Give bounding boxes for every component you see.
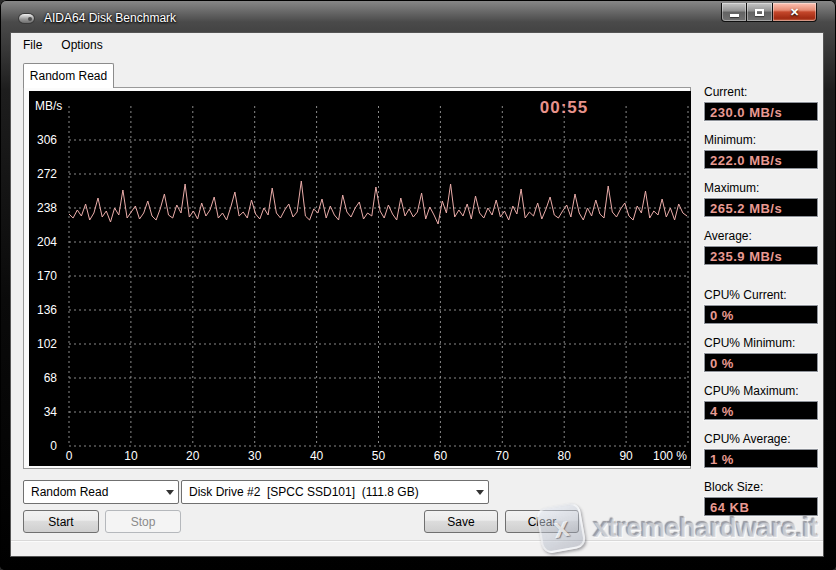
- chevron-down-icon: [471, 481, 488, 503]
- stop-button[interactable]: Stop: [105, 510, 181, 533]
- window-title: AIDA64 Disk Benchmark: [44, 11, 176, 25]
- svg-text:80: 80: [558, 449, 572, 463]
- benchmark-type-value: Random Read: [24, 485, 161, 499]
- close-button[interactable]: ✕: [772, 3, 817, 22]
- svg-text:30: 30: [248, 449, 262, 463]
- stat-cpu-average: CPU% Average: 1 %: [704, 432, 820, 468]
- stat-label: Minimum:: [704, 133, 820, 147]
- benchmark-type-select[interactable]: Random Read: [23, 480, 179, 504]
- stat-current: Current: 230.0 MB/s: [704, 85, 820, 121]
- elapsed-timer: 00:55: [529, 98, 599, 118]
- stat-label: Block Size:: [704, 480, 820, 494]
- stat-minimum-value: 222.0 MB/s: [704, 150, 818, 169]
- stat-minimum: Minimum: 222.0 MB/s: [704, 133, 820, 169]
- maximize-icon: [755, 9, 764, 16]
- svg-text:102: 102: [37, 337, 57, 351]
- chart-canvas: 03468102136170204238272306MB/s0102030405…: [29, 91, 691, 466]
- svg-text:238: 238: [37, 201, 57, 215]
- svg-text:100 %: 100 %: [653, 449, 687, 463]
- stat-cpu-maximum-value: 4 %: [704, 401, 818, 420]
- caption-buttons: ✕: [721, 3, 817, 22]
- client-area: File Options Random Read 034681021361702…: [10, 32, 824, 557]
- stat-block-size: Block Size: 64 KB: [704, 480, 820, 516]
- start-button[interactable]: Start: [23, 510, 99, 533]
- stat-cpu-current: CPU% Current: 0 %: [704, 288, 820, 324]
- svg-text:MB/s: MB/s: [35, 99, 62, 113]
- title-bar[interactable]: AIDA64 Disk Benchmark: [10, 4, 824, 32]
- save-button[interactable]: Save: [424, 510, 498, 533]
- svg-text:170: 170: [37, 269, 57, 283]
- stat-cpu-minimum-value: 0 %: [704, 353, 818, 372]
- clear-button[interactable]: Clear: [505, 510, 579, 533]
- stat-maximum: Maximum: 265.2 MB/s: [704, 181, 820, 217]
- stat-label: Current:: [704, 85, 820, 99]
- stat-cpu-maximum: CPU% Maximum: 4 %: [704, 384, 820, 420]
- svg-text:60: 60: [434, 449, 448, 463]
- stat-cpu-current-value: 0 %: [704, 305, 818, 324]
- stat-cpu-average-value: 1 %: [704, 449, 818, 468]
- stat-label: CPU% Maximum:: [704, 384, 820, 398]
- svg-text:204: 204: [37, 235, 57, 249]
- svg-text:50: 50: [372, 449, 386, 463]
- minimize-button[interactable]: [721, 3, 747, 22]
- stat-label: Average:: [704, 229, 820, 243]
- svg-text:34: 34: [44, 405, 58, 419]
- benchmark-chart: 03468102136170204238272306MB/s0102030405…: [29, 91, 691, 466]
- drive-select[interactable]: Disk Drive #2 [SPCC SSD101] (111.8 GB): [181, 480, 489, 504]
- stat-current-value: 230.0 MB/s: [704, 102, 818, 121]
- svg-text:90: 90: [619, 449, 633, 463]
- stat-label: CPU% Average:: [704, 432, 820, 446]
- stat-label: CPU% Current:: [704, 288, 820, 302]
- stat-block-size-value: 64 KB: [704, 497, 818, 516]
- svg-text:68: 68: [44, 371, 58, 385]
- svg-text:40: 40: [310, 449, 324, 463]
- minimize-icon: [730, 14, 739, 17]
- menu-bar: File Options: [11, 33, 823, 57]
- svg-text:20: 20: [186, 449, 200, 463]
- app-window: AIDA64 Disk Benchmark ✕ File Options Ran…: [0, 0, 836, 570]
- stat-cpu-minimum: CPU% Minimum: 0 %: [704, 336, 820, 372]
- stat-maximum-value: 265.2 MB/s: [704, 198, 818, 217]
- svg-text:70: 70: [496, 449, 510, 463]
- svg-text:272: 272: [37, 167, 57, 181]
- close-icon: ✕: [790, 6, 799, 19]
- stat-average-value: 235.9 MB/s: [704, 246, 818, 265]
- svg-text:306: 306: [37, 133, 57, 147]
- svg-text:0: 0: [50, 439, 57, 453]
- stat-average: Average: 235.9 MB/s: [704, 229, 820, 265]
- status-strip: [11, 540, 823, 556]
- maximize-button[interactable]: [747, 3, 772, 22]
- stat-label: CPU% Minimum:: [704, 336, 820, 350]
- svg-text:136: 136: [37, 303, 57, 317]
- drive-select-value: Disk Drive #2 [SPCC SSD101] (111.8 GB): [182, 485, 471, 499]
- svg-text:0: 0: [66, 449, 73, 463]
- chevron-down-icon: [161, 481, 178, 503]
- tab-random-read[interactable]: Random Read: [23, 63, 114, 88]
- app-disk-icon: [18, 13, 35, 24]
- stat-label: Maximum:: [704, 181, 820, 195]
- menu-file[interactable]: File: [16, 35, 49, 55]
- svg-text:10: 10: [124, 449, 138, 463]
- menu-options[interactable]: Options: [54, 35, 109, 55]
